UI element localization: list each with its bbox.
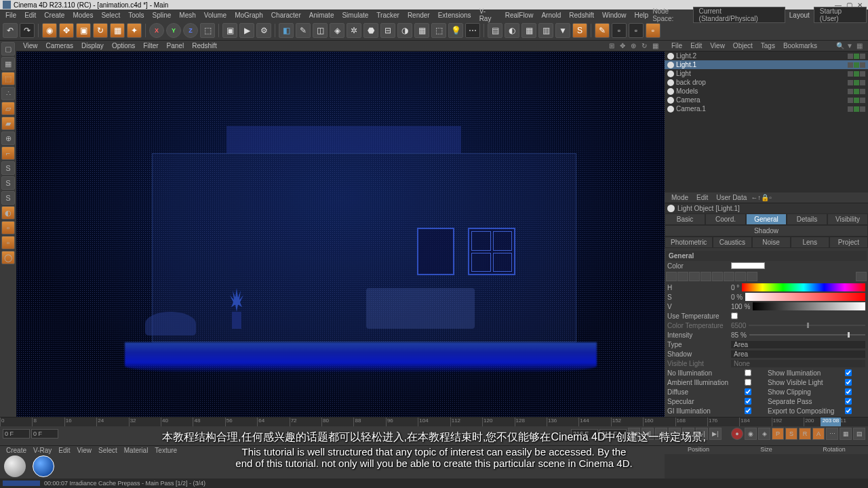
camera-button[interactable]: ⊟: [380, 23, 395, 38]
scale-tool[interactable]: ▣: [76, 23, 91, 38]
tl-record-button[interactable]: ●: [731, 428, 743, 440]
place-tool[interactable]: ✦: [127, 23, 142, 38]
check-no-illumination[interactable]: [745, 369, 751, 376]
mograph-button[interactable]: ⬣: [363, 23, 378, 38]
check-show-visible-light[interactable]: [845, 379, 852, 386]
attr-back-icon[interactable]: ←: [751, 194, 757, 201]
val-slider[interactable]: [753, 302, 865, 310]
menu-mesh[interactable]: Mesh: [175, 12, 199, 19]
color-rgb-icon[interactable]: [724, 272, 734, 281]
substance-button[interactable]: S: [572, 23, 587, 38]
node-space-dropdown[interactable]: Current (Standard/Physical): [693, 7, 785, 23]
obj-item-light-2[interactable]: Light.2: [665, 52, 868, 60]
light-button[interactable]: ◑: [397, 23, 412, 38]
color-wheel-icon[interactable]: [666, 272, 677, 281]
color-kelvin-icon[interactable]: [747, 272, 757, 281]
om-menu-tags[interactable]: Tags: [757, 42, 779, 49]
om-menu-object[interactable]: Object: [729, 42, 757, 49]
vp-menu-redshift[interactable]: Redshift: [188, 42, 221, 49]
tl-go-end-button[interactable]: ▶|: [709, 428, 722, 440]
quantize-button[interactable]: S: [1, 191, 15, 205]
structure-button[interactable]: ▥: [538, 23, 553, 38]
coord-system-button[interactable]: ⬚: [200, 23, 215, 38]
menu-redshift[interactable]: Redshift: [565, 12, 598, 19]
color-eyedrop-icon[interactable]: [856, 272, 867, 281]
menu-window[interactable]: Window: [598, 12, 631, 19]
use-temp-checkbox[interactable]: [731, 312, 738, 319]
om-menu-file[interactable]: File: [667, 42, 686, 49]
vp-menu-cameras[interactable]: Cameras: [42, 42, 78, 49]
mat-menu-create[interactable]: Create: [3, 447, 30, 454]
vp-menu-display[interactable]: Display: [77, 42, 108, 49]
vp-zoom-icon[interactable]: ⊕: [631, 42, 639, 50]
tag-button[interactable]: ⬚: [431, 23, 446, 38]
menu-tracker[interactable]: Tracker: [372, 12, 403, 19]
axis-mode-button[interactable]: ⊕: [1, 131, 15, 145]
live-select-tool[interactable]: ◉: [42, 23, 57, 38]
texture-mode-button[interactable]: ▦: [1, 57, 15, 70]
check-gi-illumination[interactable]: [745, 407, 751, 414]
layout-menu[interactable]: Layout: [785, 12, 814, 19]
tl-scale-key-button[interactable]: S: [785, 428, 797, 440]
viewport-solo-button[interactable]: ▫: [1, 221, 15, 235]
color-mixer-icon[interactable]: [712, 272, 723, 281]
isoline-button[interactable]: ◯: [1, 251, 15, 264]
mat-menu-v-ray[interactable]: V-Ray: [30, 447, 55, 454]
color-spectrum-icon[interactable]: [677, 272, 688, 281]
color-swatches-icon[interactable]: [701, 272, 711, 281]
vp-menu-view[interactable]: View: [19, 42, 42, 49]
tl-pos-key-button[interactable]: P: [772, 428, 784, 440]
menu-select[interactable]: Select: [97, 12, 124, 19]
attr-menu-user-data[interactable]: User Data: [712, 194, 751, 201]
tl-keyframe-button[interactable]: ◈: [758, 428, 770, 440]
color-swatch[interactable]: [731, 262, 765, 269]
menu-simulate[interactable]: Simulate: [338, 12, 372, 19]
spline-tool-button[interactable]: ✎: [296, 23, 311, 38]
vp-rotate-icon[interactable]: ↻: [642, 42, 650, 50]
extra3-button[interactable]: ▫: [646, 23, 660, 38]
brush-button[interactable]: ✎: [595, 23, 610, 38]
attr-tab-basic[interactable]: Basic: [665, 214, 705, 225]
edges-mode-button[interactable]: ▱: [1, 102, 15, 115]
vp-layout-icon[interactable]: ▦: [652, 42, 660, 50]
obj-item-back-drop[interactable]: back drop: [665, 78, 868, 87]
menu-arnold[interactable]: Arnold: [537, 12, 565, 19]
om-menu-bookmarks[interactable]: Bookmarks: [779, 42, 821, 49]
deformer-button[interactable]: ◈: [330, 23, 344, 38]
attr-menu-edit[interactable]: Edit: [692, 194, 712, 201]
sds-button[interactable]: ▫: [1, 236, 15, 249]
attr-tab-general[interactable]: General: [746, 214, 787, 225]
mat-menu-texture[interactable]: Texture: [151, 447, 180, 454]
attr-tab-details[interactable]: Details: [787, 214, 827, 225]
check-separate-pass[interactable]: [845, 398, 852, 405]
menu-character[interactable]: Character: [267, 12, 305, 19]
attr-tab-lens[interactable]: Lens: [791, 237, 829, 248]
timeline-playhead[interactable]: 203 08: [821, 418, 841, 426]
om-search-icon[interactable]: 🔍: [836, 42, 844, 49]
fields-button[interactable]: ✲: [347, 23, 361, 38]
asset-button[interactable]: ◐: [505, 23, 519, 38]
tl-go-start-button[interactable]: |◀: [628, 428, 640, 440]
om-menu-view[interactable]: View: [706, 42, 729, 49]
attr-tab-noise[interactable]: Noise: [752, 237, 791, 248]
extra1-button[interactable]: ▫: [612, 23, 627, 38]
obj-item-light-1[interactable]: Light.1: [665, 60, 868, 69]
om-filter-icon[interactable]: ▼: [846, 42, 854, 49]
type-dropdown[interactable]: Area: [731, 341, 865, 348]
attr-lock-icon[interactable]: 🔒: [761, 194, 769, 201]
startup-layout-dropdown[interactable]: Startup (User): [814, 7, 867, 23]
cube-primitive-button[interactable]: ◧: [279, 23, 294, 38]
obj-item-light[interactable]: Light: [665, 69, 868, 78]
redo-button[interactable]: ↷: [20, 23, 35, 38]
picture-viewer-button[interactable]: ▦: [521, 23, 536, 38]
check-show-illumination[interactable]: [845, 369, 852, 376]
attr-tab-coord[interactable]: Coord.: [705, 214, 746, 225]
check-specular[interactable]: [745, 398, 751, 405]
check-diffuse[interactable]: [745, 388, 751, 395]
tl-play-back-button[interactable]: ◁: [669, 428, 681, 440]
menu-extensions[interactable]: Extensions: [434, 12, 475, 19]
undo-button[interactable]: ↶: [3, 23, 18, 38]
mat-menu-select[interactable]: Select: [95, 447, 121, 454]
timeline-ruler[interactable]: 0816243240485664728088961041121201281361…: [0, 417, 868, 426]
color-picker-icon[interactable]: [689, 272, 700, 281]
